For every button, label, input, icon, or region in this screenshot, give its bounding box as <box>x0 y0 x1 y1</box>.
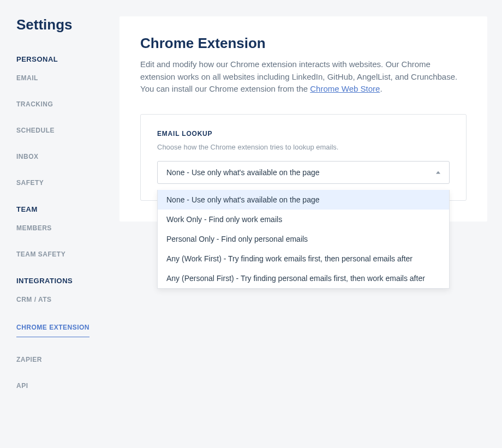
dropdown-option[interactable]: Any (Personal First) - Try finding perso… <box>158 268 449 288</box>
chrome-web-store-link[interactable]: Chrome Web Store <box>310 84 380 93</box>
chrome-extension-panel: Chrome Extension Edit and modify how our… <box>119 16 487 222</box>
sidebar-section: INTEGRATIONSCRM / ATSCHROME EXTENSIONZAP… <box>16 277 119 390</box>
sidebar-item-crm-ats[interactable]: CRM / ATS <box>16 296 119 303</box>
email-lookup-subtitle: Choose how the Chrome extension tries to… <box>157 143 450 151</box>
panel-description-text: Edit and modify how our Chrome extension… <box>140 59 457 93</box>
chevron-up-icon <box>436 171 440 174</box>
sidebar-item-members[interactable]: MEMBERS <box>16 224 119 232</box>
main-content: Chrome Extension Edit and modify how our… <box>119 0 502 448</box>
sidebar-section: TEAMMEMBERSTEAM SAFETY <box>16 205 119 258</box>
sidebar-section-header: TEAM <box>16 205 119 213</box>
sidebar-item-chrome-extension[interactable]: CHROME EXTENSION <box>16 324 89 337</box>
settings-title: Settings <box>16 16 119 33</box>
email-lookup-card: EMAIL LOOKUP Choose how the Chrome exten… <box>140 114 467 201</box>
sidebar-item-team-safety[interactable]: TEAM SAFETY <box>16 250 119 258</box>
sidebar-section-header: INTEGRATIONS <box>16 277 119 285</box>
panel-description-suffix: . <box>380 84 382 93</box>
dropdown-option[interactable]: Work Only - Find only work emails <box>158 210 449 229</box>
email-lookup-header: EMAIL LOOKUP <box>157 130 450 138</box>
sidebar-item-schedule[interactable]: SCHEDULE <box>16 127 119 134</box>
sidebar-section-header: PERSONAL <box>16 55 119 63</box>
sidebar-section: PERSONALEMAILTRACKINGSCHEDULEINBOXSAFETY <box>16 55 119 187</box>
sidebar: Settings PERSONALEMAILTRACKINGSCHEDULEIN… <box>0 0 119 448</box>
email-lookup-select-wrapper: None - Use only what's available on the … <box>157 161 450 184</box>
panel-title: Chrome Extension <box>140 35 467 52</box>
panel-description: Edit and modify how our Chrome extension… <box>140 58 467 95</box>
dropdown-option[interactable]: Personal Only - Find only personal email… <box>158 229 449 249</box>
email-lookup-select[interactable]: None - Use only what's available on the … <box>157 161 450 184</box>
dropdown-option[interactable]: Any (Work First) - Try finding work emai… <box>158 249 449 268</box>
sidebar-item-zapier[interactable]: ZAPIER <box>16 356 119 363</box>
sidebar-item-safety[interactable]: SAFETY <box>16 179 119 187</box>
email-lookup-dropdown: None - Use only what's available on the … <box>157 190 450 289</box>
dropdown-option[interactable]: None - Use only what's available on the … <box>158 190 449 210</box>
sidebar-item-inbox[interactable]: INBOX <box>16 153 119 160</box>
sidebar-item-tracking[interactable]: TRACKING <box>16 100 119 108</box>
email-lookup-selected-value: None - Use only what's available on the … <box>166 168 320 177</box>
sidebar-item-api[interactable]: API <box>16 382 119 390</box>
sidebar-item-email[interactable]: EMAIL <box>16 74 119 82</box>
